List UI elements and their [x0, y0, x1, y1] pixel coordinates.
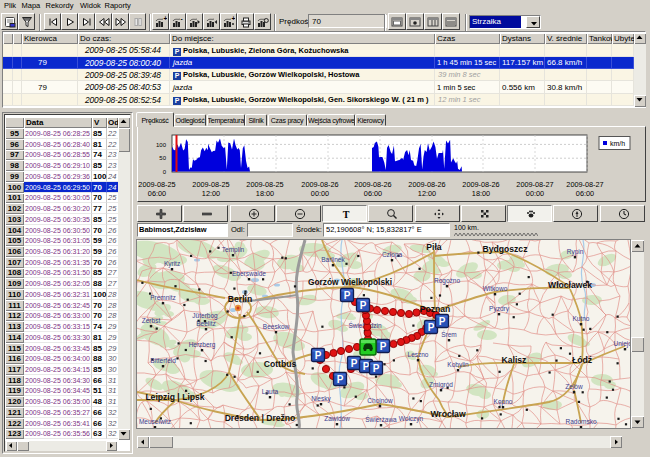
svg-text:Berlin: Berlin: [228, 294, 252, 304]
svg-text:Lauta: Lauta: [262, 388, 279, 395]
svg-text:Zmigród: Zmigród: [429, 381, 453, 389]
svg-text:Zerbst: Zerbst: [142, 317, 161, 324]
svg-text:Templin: Templin: [222, 246, 245, 254]
svg-text:P: P: [428, 322, 435, 333]
svg-text:Poznań: Poznań: [420, 304, 451, 314]
svg-text:Kobylin: Kobylin: [447, 361, 469, 369]
svg-text:Wołczyn: Wołczyn: [399, 415, 424, 423]
svg-text:T: T: [343, 209, 350, 220]
svg-text:P: P: [360, 300, 367, 311]
svg-text:Człopa: Człopa: [382, 251, 403, 259]
svg-text:+: +: [164, 16, 168, 22]
svg-text:Jüterbog: Jüterbog: [192, 312, 218, 320]
svg-text:Beeskow: Beeskow: [263, 323, 290, 330]
svg-text:Zelów: Zelów: [565, 383, 583, 390]
svg-text:P: P: [351, 358, 358, 369]
svg-text:Barlinek: Barlinek: [321, 256, 345, 263]
svg-text:Wrocław: Wrocław: [430, 409, 465, 419]
svg-text:-: -: [181, 16, 183, 22]
svg-text:Bitterfeld: Bitterfeld: [150, 357, 176, 364]
svg-text:Gorzów Wielkopolski: Gorzów Wielkopolski: [308, 277, 392, 287]
svg-text:Eberswalde: Eberswalde: [232, 270, 266, 277]
svg-text:Leipzig | Lipsk: Leipzig | Lipsk: [145, 392, 204, 402]
svg-text:Piła: Piła: [426, 242, 442, 252]
svg-text:P: P: [380, 341, 387, 352]
svg-text:Witkowo: Witkowo: [483, 285, 508, 292]
svg-text:P: P: [439, 316, 446, 327]
svg-text:Leszno: Leszno: [408, 351, 429, 358]
svg-text:Beelitz: Beelitz: [196, 320, 216, 327]
svg-text:Herzberg: Herzberg: [189, 341, 216, 349]
svg-text:Premnitz: Premnitz: [150, 294, 176, 301]
svg-text:Chojnów: Chojnów: [367, 397, 393, 405]
svg-text:Meuselwitz: Meuselwitz: [139, 418, 171, 425]
svg-text:Cottbus: Cottbus: [264, 359, 297, 369]
svg-text:Dresden | Drežno: Dresden | Drežno: [225, 413, 296, 423]
svg-text:P: P: [337, 374, 344, 385]
svg-text:Zawidów: Zawidów: [324, 415, 350, 422]
svg-text:Świerżawa: Świerżawa: [365, 415, 397, 423]
svg-text:Pyzdry: Pyzdry: [489, 305, 510, 313]
svg-text:Uniejów: Uniejów: [613, 340, 630, 348]
svg-text:Bydgoszcz: Bydgoszcz: [483, 244, 528, 254]
svg-text:Rogoźno: Rogoźno: [434, 277, 460, 285]
svg-text:Kępno: Kępno: [494, 398, 513, 406]
svg-text:Włocławek: Włocławek: [548, 280, 592, 290]
svg-text:P: P: [363, 361, 370, 372]
svg-text:Kutno: Kutno: [573, 315, 590, 322]
svg-text:Niesky: Niesky: [311, 395, 331, 403]
svg-text:P: P: [373, 363, 380, 374]
svg-text:+: +: [232, 16, 236, 22]
svg-text:Kyritz: Kyritz: [164, 260, 180, 268]
svg-text:P: P: [315, 350, 322, 361]
svg-text:Rypin: Rypin: [567, 248, 584, 256]
svg-text:Kalisz: Kalisz: [502, 355, 527, 365]
svg-text:Śrem: Śrem: [441, 330, 457, 338]
svg-text:Radomsko: Radomsko: [565, 418, 596, 425]
svg-text:Łódź: Łódź: [572, 355, 592, 365]
svg-text:P: P: [344, 290, 351, 301]
